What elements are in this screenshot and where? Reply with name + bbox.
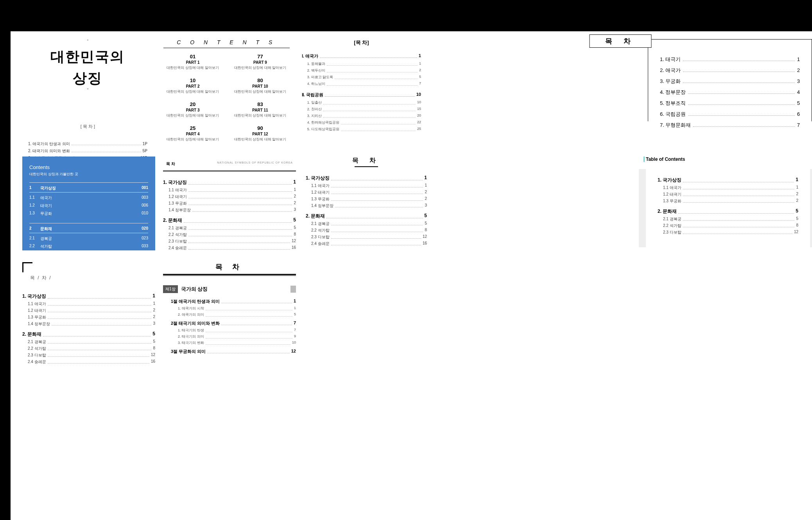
dot-leader [683, 185, 795, 189]
dot-leader [188, 239, 290, 243]
section-page: 1 [796, 177, 798, 184]
item-title: 2. 백두산이 [307, 68, 325, 73]
item-page: 10 [417, 100, 421, 105]
dot-leader [683, 83, 794, 83]
item-page: 16 [292, 245, 296, 251]
section-row: 1. 국가상징 1 [306, 175, 427, 182]
row-page: 033 [133, 244, 148, 249]
divider [163, 274, 296, 276]
item-row: 1.2 태극기 2 [658, 192, 798, 197]
item-title: 1.3 무궁화 [663, 198, 681, 204]
item-row: 2.2 석가탑 8 [306, 228, 427, 233]
toc-row: 2. 천마산 15 [302, 107, 421, 112]
toc-row: 1. 동해물과 1 [302, 61, 421, 67]
item-page: 2 [153, 315, 155, 320]
dot-leader [188, 187, 292, 192]
item-page: 12 [151, 353, 155, 358]
dot-leader [683, 216, 795, 221]
sub-title: 3절 무궁화의 의미 [171, 349, 206, 354]
dot-leader [207, 349, 290, 353]
item-page: 15 [417, 107, 421, 112]
item-row: 1.3 무궁화 2 [658, 198, 798, 204]
item-row: 2.2 석가탑 8 [658, 223, 798, 229]
item-page: 8 [425, 228, 427, 233]
table-row: 1.1 애국가 003 [29, 194, 148, 202]
contents-subtitle: 대한민국의 상징과 가볼만한 곳 [29, 172, 148, 177]
divider [29, 233, 148, 233]
item-page: 2 [425, 196, 427, 202]
item-title: 1.2 태극기 [168, 194, 187, 200]
dot-leader [188, 201, 292, 205]
dot-leader [184, 217, 292, 223]
table-row: 1.2 태극기 006 [29, 202, 148, 210]
dot-leader [331, 183, 423, 187]
item-page: 8 [796, 223, 798, 229]
part-page: 80 [232, 77, 288, 83]
item-page: 16 [423, 241, 427, 247]
dot-leader [678, 208, 794, 214]
item-title: 2.2 석가탑 [28, 346, 46, 351]
item-title: 1.1 애국가 [28, 301, 46, 307]
item-row: 1.1 애국가 1 [163, 187, 296, 193]
header-bar: 목 차 NATIONAL SYMBOLS OF REPUBLIC OF KORE… [163, 159, 296, 169]
item-page: 20 [417, 113, 421, 119]
toc-template-5: Contents 대한민국의 상징과 가볼만한 곳 1 국가상징 001 1.1… [22, 157, 155, 250]
item-page: 22 [417, 120, 421, 125]
dot-leader [331, 228, 423, 232]
dot-leader [206, 306, 292, 310]
part-page: 20 [165, 101, 220, 107]
dot-leader [693, 126, 794, 127]
bar-left: 목 차 [166, 162, 175, 166]
part-desc: 대한민국의 상징에 대해 알아보기 [165, 113, 220, 118]
chapter-chip: 제1장 국가의 상징 [163, 285, 296, 293]
item-page: 12 [794, 230, 798, 235]
item-title: 2.3 다보탑 [28, 353, 46, 358]
item-page: 6 [797, 111, 800, 117]
leaf-title: 2. 애국가의 의미 [178, 312, 204, 317]
dot-leader [206, 340, 290, 345]
item-row: 1.4 정부문장 3 [22, 321, 155, 327]
group-page: 020 [133, 226, 148, 232]
item-page: 1 [153, 301, 155, 307]
leaf-page: 7 [294, 328, 296, 333]
item-title: 1.3 무궁화 [311, 196, 330, 202]
part-desc: 대한민국의 상징에 대해 알아보기 [232, 89, 288, 94]
item-title: 2. 애국가 [660, 67, 681, 74]
row-page: 039 [133, 252, 148, 257]
item-title: 3. 무궁화 [660, 78, 681, 85]
toc-template-2: C O N T E N T S 01 PART 1 대한민국의 상징에 대해 알… [161, 39, 292, 149]
group-head: 1 국가상징 001 [29, 184, 148, 192]
part-page: 10 [165, 77, 220, 83]
item-row: 1.1 애국가 1 [658, 185, 798, 191]
dot-leader [188, 225, 292, 230]
item-title: 2.4 숭례문 [168, 245, 187, 251]
item-title: 2.2 석가탑 [311, 228, 330, 233]
item-page: 3 [153, 321, 155, 327]
section-row: 1. 국가상징 1 [658, 177, 798, 184]
section-page: 1 [293, 179, 296, 186]
item-title: 1. 동해물과 [307, 61, 325, 67]
item-page: 2 [153, 308, 155, 313]
item-row: 1.3 무궁화 2 [22, 315, 155, 320]
toc-template-7: 목 차 1. 국가상징 1 1.1 애국가 1 1.2 태극기 2 1.3 무궁… [306, 157, 427, 250]
item-title: 3. 지리산 [307, 113, 322, 119]
item-page: 2 [796, 192, 798, 197]
item-page: 4 [797, 89, 800, 95]
item-title: 1.1 애국가 [311, 183, 330, 189]
item-page: 12 [292, 239, 296, 244]
row-num: 1.3 [29, 211, 40, 216]
dot-leader [188, 194, 292, 198]
row-page: 006 [133, 203, 148, 209]
item-title: 1.2 태극기 [311, 190, 330, 195]
leaf-row: 2. 애국가의 의미 5 [178, 312, 296, 317]
dot-leader [688, 115, 794, 116]
toc-row: 3. 지리산 20 [302, 113, 421, 119]
section-title: 2. 문화재 [306, 213, 325, 220]
section-title: 1. 국가상징 [306, 175, 330, 182]
item-page: 5P [143, 149, 147, 153]
item-title: 2. 천마산 [307, 107, 322, 112]
item-title: 5. 정부조직 [660, 100, 686, 107]
section-title: 2. 문화재 [163, 217, 182, 224]
part-page: 01 [165, 54, 220, 59]
section-title: Ⅱ. 국립공원 [302, 92, 323, 98]
